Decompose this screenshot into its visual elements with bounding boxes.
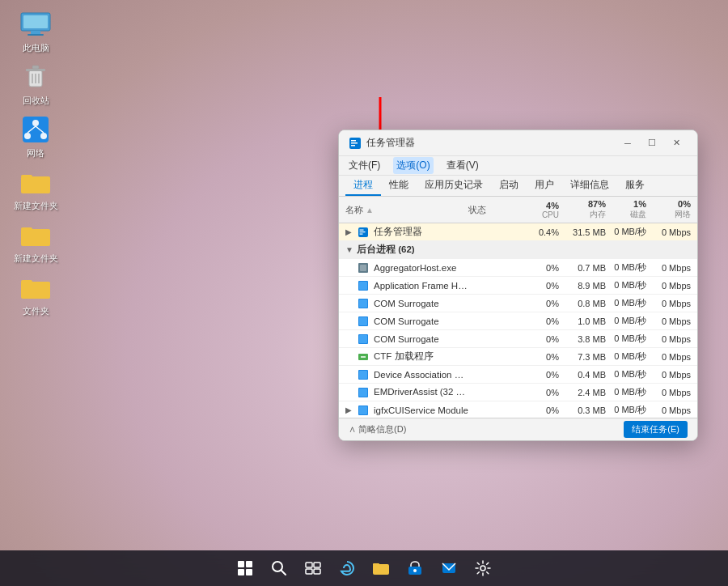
store-icon	[407, 560, 423, 576]
mem-pct: 87%	[559, 199, 606, 209]
svg-rect-3	[28, 34, 44, 36]
table-row[interactable]: EMDriverAssist (32 位) 0% 2.4 MB 0 MB/秒 0…	[339, 384, 697, 401]
tab-history[interactable]: 应用历史记录	[417, 176, 491, 196]
tab-performance[interactable]: 性能	[381, 176, 417, 196]
taskbar-mail-button[interactable]	[434, 554, 463, 583]
disk-pct: 1%	[606, 199, 646, 209]
menu-options[interactable]: 选项(O)	[393, 157, 433, 174]
col-name-label: 名称	[345, 205, 363, 214]
process-name-com1: COM Surrogate	[374, 299, 468, 308]
desktop-icon-mypc-label: 此电脑	[23, 42, 49, 54]
svg-point-64	[413, 569, 417, 572]
desktop-icon-mypc[interactable]: 此电脑	[10, 8, 61, 54]
desktop: 此电脑 回收站	[0, 0, 728, 586]
process-disk-taskmanager: 0 MB/秒	[606, 226, 646, 238]
taskbar-search-button[interactable]	[265, 554, 294, 583]
taskbar-store-button[interactable]	[400, 554, 430, 583]
svg-rect-18	[21, 229, 50, 246]
desktop-icon-recycle[interactable]: 回收站	[10, 61, 61, 107]
net-label: 网络	[646, 209, 691, 220]
table-row[interactable]: COM Surrogate 0% 1.0 MB 0 MB/秒 0 Mbps	[339, 312, 697, 330]
svg-point-13	[40, 133, 47, 139]
menu-view[interactable]: 查看(V)	[443, 157, 482, 174]
expand-icon-taskmanager[interactable]: ▶	[345, 227, 357, 236]
col-status-label: 状态	[468, 205, 486, 214]
disk-label: 磁盘	[606, 209, 646, 220]
taskbar-start-button[interactable]	[231, 554, 260, 583]
taskview-icon	[305, 560, 321, 576]
desktop-icon-folder1-label: 新建文件夹	[14, 200, 58, 212]
col-header-net[interactable]: 0% 网络	[646, 199, 691, 220]
svg-rect-24	[351, 140, 356, 142]
process-name-igfx1: igfxCUIService Module	[374, 406, 468, 415]
svg-point-66	[480, 566, 485, 571]
svg-rect-34	[359, 282, 367, 290]
svg-rect-58	[314, 563, 320, 567]
table-row[interactable]: ▶ igfxCUIService Module 0% 0.3 MB 0 MB/秒…	[339, 401, 697, 418]
tab-users[interactable]: 用户	[527, 176, 562, 196]
section-background-label: 后台进程 (62)	[357, 244, 691, 256]
table-header: 名称 ▲ 状态 4% CPU 87% 内存 1% 磁盘 0% 网络	[339, 197, 697, 223]
table-row[interactable]: COM Surrogate 0% 0.8 MB 0 MB/秒 0 Mbps	[339, 295, 697, 312]
title-bar: 任务管理器 ─ ☐ ✕	[339, 130, 697, 156]
svg-rect-30	[360, 233, 363, 234]
table-row[interactable]: AggregatorHost.exe 0% 0.7 MB 0 MB/秒 0 Mb…	[339, 259, 697, 277]
process-list[interactable]: ▶ 任务管理器 0.4% 31.5 MB 0 MB/秒 0 Mbps	[339, 223, 697, 418]
settings-icon	[475, 560, 491, 576]
desktop-icon-recycle-label: 回收站	[23, 95, 49, 107]
process-name: AggregatorHost.exe	[374, 263, 468, 273]
svg-rect-20	[21, 282, 50, 299]
process-name: Application Frame Host	[374, 281, 468, 291]
status-bar-text[interactable]: ∧ 简略信息(D)	[349, 423, 624, 435]
taskbar-explorer-button[interactable]	[366, 554, 396, 583]
menu-bar: 文件(F) 选项(O) 查看(V)	[339, 156, 697, 176]
process-name-ctf: CTF 加载程序	[374, 350, 468, 363]
menu-file[interactable]: 文件(F)	[345, 157, 383, 174]
svg-rect-62	[373, 563, 379, 566]
svg-rect-32	[360, 265, 366, 271]
taskbar-taskview-button[interactable]	[298, 554, 328, 583]
net-pct: 0%	[646, 199, 691, 209]
svg-line-56	[281, 571, 286, 575]
explorer-icon	[372, 560, 390, 576]
minimize-button[interactable]: ─	[616, 134, 639, 152]
col-header-status[interactable]: 状态	[468, 204, 517, 216]
svg-rect-60	[314, 569, 320, 574]
end-task-button[interactable]: 结束任务(E)	[624, 421, 688, 438]
table-row[interactable]: COM Surrogate 0% 3.8 MB 0 MB/秒 0 Mbps	[339, 330, 697, 348]
col-header-mem[interactable]: 87% 内存	[559, 199, 606, 220]
desktop-icon-network[interactable]: 网络	[10, 113, 61, 159]
tab-processes[interactable]: 进程	[345, 176, 381, 196]
process-name-taskmanager: 任务管理器	[374, 226, 468, 238]
status-bar: ∧ 简略信息(D) 结束任务(E)	[339, 418, 697, 440]
close-button[interactable]: ✕	[665, 134, 688, 152]
taskbar-edge-button[interactable]	[332, 554, 362, 583]
svg-rect-21	[21, 280, 32, 283]
svg-rect-16	[21, 176, 50, 193]
tab-services[interactable]: 服务	[617, 176, 653, 196]
table-row[interactable]: CTF 加载程序 0% 7.3 MB 0 MB/秒 0 Mbps	[339, 348, 697, 366]
svg-rect-6	[32, 66, 39, 69]
taskbar	[0, 550, 728, 586]
svg-rect-26	[351, 145, 355, 146]
desktop-icon-folder1[interactable]: 新建文件夹	[10, 166, 61, 212]
svg-rect-40	[359, 335, 367, 343]
col-header-cpu[interactable]: 4% CPU	[517, 201, 559, 219]
col-header-disk[interactable]: 1% 磁盘	[606, 199, 646, 220]
table-row[interactable]: Device Association Framewo... 0% 0.4 MB …	[339, 366, 697, 384]
taskbar-settings-button[interactable]	[468, 554, 497, 583]
tab-startup[interactable]: 启动	[491, 176, 527, 196]
mail-icon	[441, 560, 457, 576]
maximize-button[interactable]: ☐	[641, 134, 663, 152]
cpu-label: CPU	[517, 210, 559, 219]
tab-details[interactable]: 详细信息	[562, 176, 617, 196]
desktop-icon-folder2[interactable]: 新建文件夹	[10, 219, 61, 265]
desktop-icon-folder3[interactable]: 文件夹	[10, 271, 61, 317]
process-icon-taskmanager	[357, 226, 370, 239]
col-header-name[interactable]: 名称 ▲	[345, 204, 468, 216]
process-row-taskmanager[interactable]: ▶ 任务管理器 0.4% 31.5 MB 0 MB/秒 0 Mbps	[339, 223, 697, 241]
table-row[interactable]: Application Frame Host 0% 8.9 MB 0 MB/秒 …	[339, 277, 697, 295]
process-name-em: EMDriverAssist (32 位)	[374, 386, 468, 398]
svg-rect-2	[31, 31, 40, 34]
tab-bar: 进程 性能 应用历史记录 启动 用户 详细信息 服务	[339, 176, 697, 197]
